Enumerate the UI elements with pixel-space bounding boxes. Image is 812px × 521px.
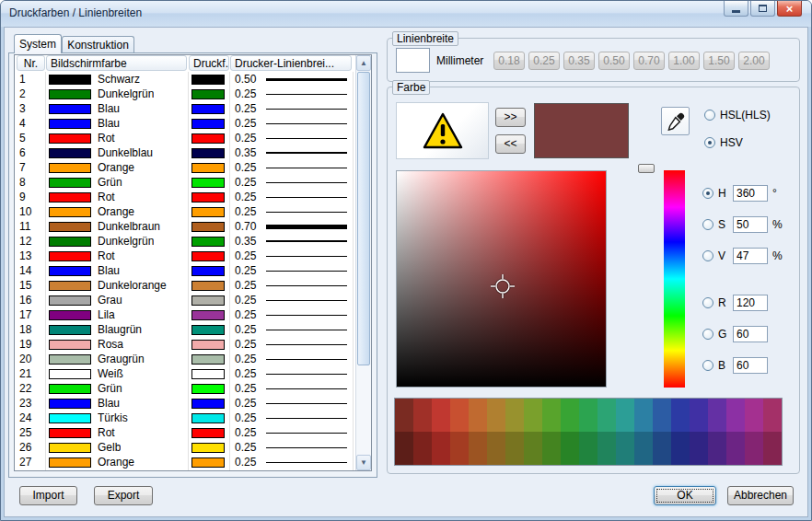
palette-swatch[interactable] <box>413 432 432 465</box>
table-row[interactable]: 2Dunkelgrün0.25 <box>15 87 355 101</box>
table-row[interactable]: 9Rot0.25 <box>15 190 355 204</box>
palette-swatch[interactable] <box>579 432 597 465</box>
palette-swatch[interactable] <box>671 399 690 432</box>
palette-swatch[interactable] <box>690 399 708 432</box>
table-row[interactable]: 11Dunkelbraun0.70 <box>15 219 355 234</box>
table-row[interactable]: 16Grau0.25 <box>15 293 355 307</box>
table-row[interactable]: 14Blau0.25 <box>15 263 355 278</box>
input-h[interactable] <box>733 185 768 202</box>
palette-swatch[interactable] <box>597 432 616 465</box>
close-button[interactable]: × <box>777 1 802 17</box>
input-s[interactable] <box>733 216 768 233</box>
radio-g[interactable] <box>702 329 713 340</box>
palette-swatch[interactable] <box>450 399 469 432</box>
table-row[interactable]: 20Graugrün0.25 <box>15 352 355 366</box>
table-row[interactable]: 21Weiß0.25 <box>15 366 355 381</box>
mode-option-hsv[interactable]: HSV <box>704 136 743 149</box>
table-row[interactable]: 4Blau0.25 <box>15 116 355 131</box>
table-row[interactable]: 13Rot0.25 <box>15 249 355 263</box>
linewidth-preset-button[interactable]: 0.35 <box>563 52 595 70</box>
title-bar[interactable]: Druckfarben / Linienbreiten × <box>1 1 811 27</box>
mode-option-hsl[interactable]: HSL(HLS) <box>704 109 771 122</box>
palette-swatch[interactable] <box>579 399 597 432</box>
palette-swatch[interactable] <box>450 432 469 465</box>
tab-konstruktion[interactable]: Konstruktion <box>62 36 134 53</box>
tab-system[interactable]: System <box>14 34 62 53</box>
input-r[interactable] <box>733 295 768 311</box>
radio-v[interactable] <box>702 250 713 261</box>
palette-swatch[interactable] <box>487 399 505 432</box>
scroll-up-arrow[interactable]: ▲ <box>356 55 371 71</box>
palette-swatch[interactable] <box>597 399 616 432</box>
palette-swatch[interactable] <box>708 399 726 432</box>
radio-s[interactable] <box>702 219 713 230</box>
color-crosshair-icon[interactable] <box>491 274 515 298</box>
cancel-button[interactable]: Abbrechen <box>727 486 794 505</box>
palette-swatch[interactable] <box>469 399 487 432</box>
table-row[interactable]: 24Türkis0.25 <box>15 411 355 425</box>
table-row[interactable]: 12Dunkelgrün0.35 <box>15 234 355 249</box>
palette-swatch[interactable] <box>671 432 690 465</box>
palette-swatch[interactable] <box>653 432 671 465</box>
palette-swatch[interactable] <box>745 432 763 465</box>
linewidth-preset-button[interactable]: 0.70 <box>633 52 665 70</box>
radio-h[interactable] <box>702 188 713 199</box>
radio-r[interactable] <box>702 297 713 308</box>
scroll-down-arrow[interactable]: ▼ <box>356 455 371 470</box>
column-header-nr[interactable]: Nr. <box>17 55 45 71</box>
palette-swatch[interactable] <box>432 432 450 465</box>
palette-swatch[interactable] <box>653 399 671 432</box>
input-v[interactable] <box>733 248 768 264</box>
hue-slider-thumb[interactable] <box>638 164 655 173</box>
palette-swatch[interactable] <box>487 432 505 465</box>
palette-swatch[interactable] <box>763 432 782 465</box>
table-scrollbar[interactable]: ▲ ▼ <box>355 55 371 470</box>
palette-swatch[interactable] <box>561 399 579 432</box>
palette-swatch[interactable] <box>634 399 653 432</box>
ok-button[interactable]: OK <box>654 486 716 505</box>
saturation-value-field[interactable] <box>396 170 607 388</box>
linewidth-preset-button[interactable]: 0.25 <box>528 52 560 70</box>
table-row[interactable]: 10Orange0.25 <box>15 204 355 219</box>
palette-swatch[interactable] <box>432 399 450 432</box>
palette-swatch[interactable] <box>690 432 708 465</box>
palette-swatch[interactable] <box>542 432 561 465</box>
linewidth-preset-button[interactable]: 0.50 <box>598 52 630 70</box>
palette-swatch[interactable] <box>745 399 763 432</box>
palette-swatch[interactable] <box>726 399 745 432</box>
transfer-forward-button[interactable]: >> <box>495 108 526 127</box>
table-row[interactable]: 5Rot0.25 <box>15 131 355 145</box>
palette-swatch[interactable] <box>634 432 653 465</box>
table-row[interactable]: 19Rosa0.25 <box>15 337 355 352</box>
table-row[interactable]: 7Orange0.25 <box>15 160 355 175</box>
palette-swatch[interactable] <box>524 432 542 465</box>
palette-swatch[interactable] <box>395 432 413 465</box>
palette-swatch[interactable] <box>616 432 634 465</box>
palette-swatch[interactable] <box>505 432 524 465</box>
column-header-druckfarbe[interactable]: Druckf... <box>189 55 229 71</box>
palette-swatch[interactable] <box>524 399 542 432</box>
radio-b[interactable] <box>702 360 713 371</box>
minimize-button[interactable] <box>724 1 748 17</box>
column-header-drucker-linienbreite[interactable]: Drucker-Linienbrei... <box>230 55 352 71</box>
palette-swatch[interactable] <box>542 399 561 432</box>
table-row[interactable]: 15Dunkelorange0.25 <box>15 278 355 293</box>
export-button[interactable]: Export <box>94 486 153 505</box>
hsl-radio[interactable] <box>704 110 715 121</box>
eyedropper-button[interactable] <box>661 107 690 135</box>
maximize-button[interactable] <box>750 1 775 17</box>
palette-swatch[interactable] <box>726 432 745 465</box>
palette-swatch[interactable] <box>413 399 432 432</box>
palette-swatch[interactable] <box>763 399 782 432</box>
input-g[interactable] <box>733 326 768 342</box>
import-button[interactable]: Import <box>19 486 77 505</box>
hsv-radio[interactable] <box>704 137 715 148</box>
palette-swatch[interactable] <box>469 432 487 465</box>
input-b[interactable] <box>733 357 768 374</box>
palette-swatch[interactable] <box>708 432 726 465</box>
table-row[interactable]: 26Gelb0.25 <box>15 440 355 455</box>
linewidth-preset-button[interactable]: 1.50 <box>703 52 735 70</box>
palette-swatch[interactable] <box>395 399 413 432</box>
table-row[interactable]: 17Lila0.25 <box>15 307 355 322</box>
table-row[interactable]: 18Blaugrün0.25 <box>15 322 355 337</box>
